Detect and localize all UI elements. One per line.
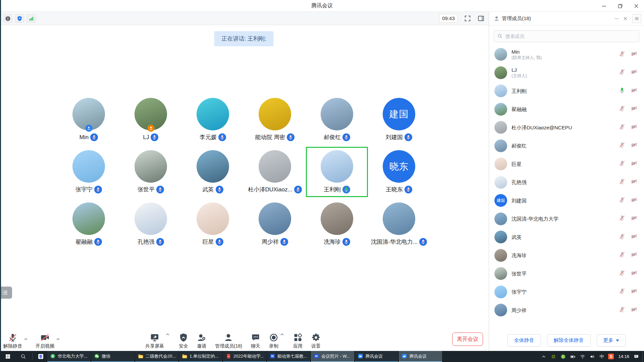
panel-close-button[interactable] (621, 14, 630, 23)
participant-tile[interactable]: 晓东 王晓东 (368, 150, 430, 202)
share-screen-button[interactable]: 共享屏幕 (145, 332, 164, 349)
participant-tile[interactable]: 能动院 周密 (244, 98, 306, 150)
taskbar-app[interactable]: 华北电力大学... (47, 351, 91, 362)
avatar (197, 150, 229, 183)
participant-tile[interactable]: 王利刚 (306, 150, 368, 202)
taskbar-app[interactable]: 微信 (91, 351, 135, 362)
start-video-button[interactable]: 开启视频 (36, 332, 54, 349)
search-input[interactable] (494, 30, 639, 42)
taskbar-app[interactable]: 2022年能动学... (223, 351, 266, 362)
member-row[interactable]: 王利刚 (489, 82, 644, 100)
network-signal-icon[interactable] (27, 14, 36, 23)
taskbar-app[interactable]: 1.单位制定的... (179, 351, 222, 362)
unmute-options-caret[interactable] (23, 337, 28, 342)
share-options-caret[interactable] (165, 332, 170, 337)
participant-tile[interactable]: 杜小泽DUXiaoz... (244, 150, 306, 202)
taskbar-app[interactable]: 二级教代会20... (135, 351, 178, 362)
member-list-tab[interactable] (0, 287, 12, 299)
member-row[interactable]: 郝俊红 (489, 137, 644, 155)
member-avatar (494, 48, 507, 61)
manage-members-button[interactable]: 管理成员(18) (215, 332, 242, 349)
start-button[interactable] (0, 351, 15, 362)
gear-icon (311, 332, 321, 342)
nvidia-icon[interactable] (551, 354, 556, 359)
panel-menu-button[interactable] (632, 14, 641, 23)
chat-button[interactable]: 聊天 (251, 332, 260, 349)
member-row[interactable]: 杜小泽DUXiaoze@NCEPU (489, 118, 644, 137)
wifi-icon[interactable] (580, 354, 585, 359)
antivirus-icon[interactable] (560, 354, 566, 359)
leave-meeting-button[interactable]: 离开会议 (452, 333, 483, 346)
sogou-icon[interactable]: S (608, 354, 614, 359)
member-row[interactable]: 武英 (489, 228, 644, 246)
avatar: 建国 (383, 98, 415, 130)
unmute-button[interactable]: 解除静音 (3, 332, 22, 349)
clock[interactable]: 14:16 (618, 354, 629, 359)
show-desktop-button[interactable] (642, 351, 644, 362)
participant-tile[interactable]: 李元媛 (182, 98, 244, 150)
layout-toggle-button[interactable] (477, 15, 485, 22)
fullscreen-button[interactable] (464, 15, 471, 22)
taskbar-app[interactable]: 能动第七届教... (267, 351, 310, 362)
apps-button[interactable]: 应用 (293, 332, 303, 349)
battery-icon[interactable] (570, 354, 576, 359)
notification-icon[interactable] (634, 354, 639, 359)
taskbar-app[interactable]: 会议照片 - W... (311, 351, 354, 362)
member-row[interactable]: 张世平 (489, 264, 644, 283)
member-row[interactable]: 冼海珍 (489, 246, 644, 265)
participant-tile[interactable]: Min (58, 98, 120, 150)
panel-more-button[interactable] (612, 14, 621, 23)
member-row[interactable]: LJ (主持人) (489, 64, 644, 82)
member-panel-header: 管理成员(18) (489, 12, 644, 25)
member-row[interactable]: 建国 刘建国 (489, 191, 644, 210)
settings-button[interactable]: 设置 (311, 332, 321, 349)
security-shield-icon[interactable] (15, 14, 24, 23)
participant-tile[interactable]: 张宇宁 (58, 150, 120, 202)
record-button[interactable]: 录制 (269, 332, 278, 349)
member-row[interactable]: 张宇宁 (489, 283, 644, 301)
unmute-all-button[interactable]: 解除全体静音 (547, 334, 591, 347)
mic-status-icon (619, 142, 625, 149)
participant-tile[interactable]: 郝俊红 (306, 98, 368, 150)
record-options-caret[interactable] (280, 332, 284, 337)
ime-indicator[interactable]: 中 (599, 354, 604, 360)
volume-icon[interactable] (590, 354, 595, 359)
member-row[interactable]: 孔艳强 (489, 173, 644, 192)
restore-button[interactable] (615, 2, 625, 10)
participant-tile[interactable]: 张世平 (120, 150, 182, 202)
mic-status-icon (619, 251, 625, 259)
video-options-caret[interactable] (56, 337, 60, 342)
invite-button[interactable]: 邀请 (197, 332, 206, 349)
folder-icon (138, 353, 144, 359)
close-button[interactable] (631, 2, 641, 10)
taskbar-app[interactable]: 腾讯会议 (355, 351, 398, 362)
member-row[interactable]: Min (联席主持人, 我) (489, 45, 644, 64)
participant-tile[interactable]: 孔艳强 (120, 202, 182, 255)
tray-expand-icon[interactable] (541, 354, 546, 359)
participant-tile[interactable]: 巨星 (182, 202, 244, 255)
participant-name: 王利刚 (324, 186, 341, 193)
camera-status-icon (631, 105, 637, 113)
member-row[interactable]: 周少祥 (489, 301, 644, 319)
participant-tile[interactable]: LJ (120, 98, 182, 150)
participant-tile[interactable]: 冼海珍 (306, 202, 368, 255)
participant-tile[interactable]: 翟融融 (58, 202, 120, 255)
participant-name: 孔艳强 (138, 238, 155, 246)
taskbar-app[interactable]: 腾讯会议 (399, 351, 442, 362)
participant-tile[interactable]: 建国 刘建国 (368, 98, 430, 150)
more-button[interactable]: 更多 (597, 334, 626, 347)
pinned-app-icon[interactable] (34, 351, 47, 362)
mute-all-button[interactable]: 全体静音 (507, 334, 541, 347)
participant-tile[interactable]: 武英 (182, 150, 244, 202)
member-row[interactable]: 巨星 (489, 155, 644, 173)
security-button[interactable]: 安全 (179, 332, 188, 349)
participant-tile[interactable]: 周少祥 (244, 202, 306, 255)
meeting-info-icon[interactable] (3, 14, 12, 23)
video-stage: 正在讲话: 王利刚; Min LJ (0, 25, 489, 330)
taskbar-search-button[interactable] (15, 351, 31, 362)
member-row[interactable]: 沈国清-华北电力大学 (489, 210, 644, 228)
participant-tile[interactable]: 沈国清-华北电力... (368, 202, 430, 255)
window-edge (0, 0, 1, 351)
member-row[interactable]: 翟融融 (489, 100, 644, 119)
minimize-button[interactable] (599, 2, 609, 10)
